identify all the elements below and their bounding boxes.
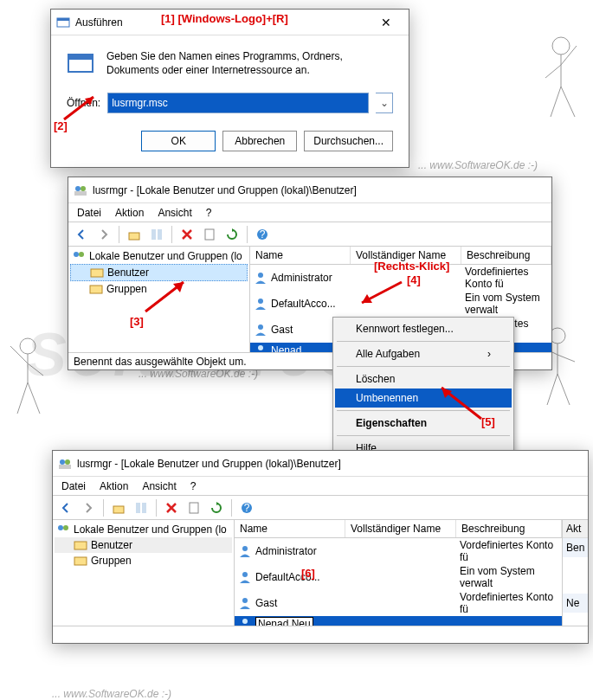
combo-dropdown[interactable]: ⌄ <box>376 93 393 113</box>
ctx-properties[interactable]: Eigenschaften <box>335 414 512 433</box>
rename-input[interactable]: Nenad Neu <box>255 617 313 626</box>
ctx-set-password[interactable]: Kennwort festlegen... <box>335 319 512 338</box>
svg-rect-10 <box>129 233 139 240</box>
delete-button[interactable] <box>177 225 197 244</box>
cancel-button[interactable]: Abbrechen <box>222 131 297 151</box>
user-icon <box>254 271 267 285</box>
back-button[interactable] <box>72 225 91 244</box>
ctx-all-tasks[interactable]: Alle Aufgaben› <box>335 344 512 363</box>
col-fullname[interactable]: Vollständiger Name <box>351 247 461 264</box>
list-pane: Name Vollständiger Name Beschreibung Adm… <box>235 520 562 626</box>
svg-rect-13 <box>205 229 214 240</box>
forward-button[interactable] <box>94 225 113 244</box>
user-row-default[interactable]: DefaultAcco... Ein vom System verwalt <box>250 291 551 317</box>
refresh-button[interactable] <box>222 225 242 244</box>
tree-root[interactable]: Lokale Benutzer und Gruppen (lo <box>55 522 232 537</box>
cell-name: Administrator <box>271 272 332 284</box>
action-pane: Akt Ben Ne <box>562 520 588 626</box>
cell-name: Nenad <box>271 344 301 352</box>
show-hide-button[interactable] <box>147 225 166 244</box>
show-hide-button[interactable] <box>132 498 151 517</box>
menubar: Datei Aktion Ansicht ? <box>53 477 588 496</box>
user-icon <box>254 323 267 337</box>
menu-action[interactable]: Aktion <box>94 478 133 494</box>
svg-point-41 <box>242 619 248 624</box>
toolbar: ? <box>53 496 588 520</box>
svg-point-35 <box>63 525 68 530</box>
back-button[interactable] <box>56 498 75 517</box>
svg-point-38 <box>242 546 248 551</box>
up-button[interactable] <box>125 225 144 244</box>
user-row-gast[interactable]: Gast Vordefiniertes Konto fü <box>235 590 562 616</box>
menu-file[interactable]: Datei <box>56 478 91 494</box>
tree-groups[interactable]: Gruppen <box>55 553 232 568</box>
window-title: Ausführen <box>75 16 369 29</box>
user-row-nenad-new[interactable]: Nenad Neu <box>235 616 562 626</box>
menu-view[interactable]: Ansicht <box>137 478 181 494</box>
cell-desc: Ein vom System verwalt <box>456 564 562 590</box>
ok-button[interactable]: OK <box>141 131 216 151</box>
delete-button[interactable] <box>162 498 181 517</box>
action-pane-item[interactable]: Ben <box>563 538 588 557</box>
svg-rect-4 <box>57 18 69 21</box>
cell-desc: Vordefiniertes Konto fü <box>461 265 551 291</box>
folder-icon <box>89 282 103 296</box>
menu-view[interactable]: Ansicht <box>152 205 197 221</box>
watermark-url: ... www.SoftwareOK.de :-) <box>418 159 538 171</box>
svg-point-16 <box>74 252 79 257</box>
menu-action[interactable]: Aktion <box>110 205 149 221</box>
tree-root[interactable]: Lokale Benutzer und Gruppen (lo <box>70 248 248 264</box>
window-title: lusrmgr - [Lokale Benutzer und Gruppen (… <box>93 184 546 196</box>
context-menu: Kennwort festlegen... Alle Aufgaben› Lös… <box>332 317 514 460</box>
cell-desc: Vordefiniertes Konto fü <box>456 590 562 616</box>
tree-pane: Lokale Benutzer und Gruppen (lo Benutzer… <box>68 247 250 352</box>
svg-point-39 <box>242 572 248 577</box>
user-row-default[interactable]: DefaultAcco... Ein vom System verwalt <box>235 564 562 590</box>
menu-help[interactable]: ? <box>201 205 217 221</box>
close-button[interactable]: ✕ <box>369 10 403 35</box>
svg-point-25 <box>60 459 65 465</box>
menu-help[interactable]: ? <box>185 478 202 494</box>
run-icon <box>56 16 70 29</box>
col-desc[interactable]: Beschreibung <box>456 520 562 537</box>
list-header: Name Vollständiger Name Beschreibung <box>235 520 562 538</box>
forward-button[interactable] <box>79 498 98 517</box>
properties-button[interactable] <box>184 498 203 517</box>
ctx-delete[interactable]: Löschen <box>335 369 512 389</box>
tree-groups[interactable]: Gruppen <box>70 281 248 297</box>
user-row-admin[interactable]: Administrator Vordefiniertes Konto fü <box>235 538 562 564</box>
svg-rect-28 <box>113 506 124 513</box>
folder-icon <box>74 554 87 568</box>
tree-users[interactable]: Benutzer <box>70 264 248 281</box>
browse-button[interactable]: Durchsuchen... <box>304 131 393 151</box>
tree-pane: Lokale Benutzer und Gruppen (lo Benutzer… <box>53 520 235 626</box>
user-icon <box>254 344 267 352</box>
properties-button[interactable] <box>200 225 219 244</box>
svg-rect-29 <box>136 503 140 513</box>
run-description: Geben Sie den Namen eines Programms, Ord… <box>106 49 393 77</box>
titlebar[interactable]: Ausführen ✕ <box>51 10 409 35</box>
col-name[interactable]: Name <box>235 520 345 537</box>
help-button[interactable]: ? <box>253 225 272 244</box>
menu-file[interactable]: Datei <box>72 205 106 221</box>
titlebar[interactable]: lusrmgr - [Lokale Benutzer und Gruppen (… <box>68 177 551 203</box>
cell-name: Administrator <box>255 545 317 557</box>
tree-groups-label: Gruppen <box>91 555 132 567</box>
user-row-admin[interactable]: Administrator Vordefiniertes Konto fü <box>250 265 551 291</box>
svg-point-17 <box>79 252 84 257</box>
up-button[interactable] <box>109 498 128 517</box>
svg-rect-27 <box>59 465 71 469</box>
help-button[interactable]: ? <box>237 498 256 517</box>
col-desc[interactable]: Beschreibung <box>461 247 551 264</box>
ctx-rename[interactable]: Umbenennen <box>335 389 512 408</box>
col-name[interactable]: Name <box>250 247 351 264</box>
lusrmgr-window-2: lusrmgr - [Lokale Benutzer und Gruppen (… <box>52 450 589 644</box>
action-pane-item[interactable]: Ne <box>563 594 588 613</box>
open-input[interactable] <box>107 93 369 113</box>
col-fullname[interactable]: Vollständiger Name <box>345 520 456 537</box>
tree-users[interactable]: Benutzer <box>55 537 232 553</box>
titlebar[interactable]: lusrmgr - [Lokale Benutzer und Gruppen (… <box>53 451 588 477</box>
refresh-button[interactable] <box>207 498 226 517</box>
cell-desc: Vordefiniertes Konto fü <box>456 538 562 564</box>
user-icon <box>238 596 252 610</box>
